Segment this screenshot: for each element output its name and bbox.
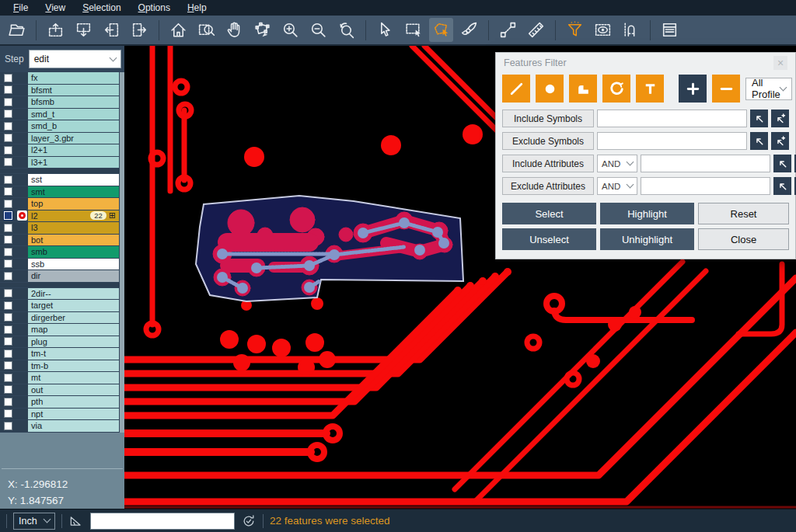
pick-symbol-icon[interactable] — [750, 132, 768, 150]
layer-visibility-checkbox[interactable] — [4, 325, 12, 334]
layer-row[interactable]: ssb ⊞ — [0, 259, 124, 271]
layer-label[interactable]: smd_t ⊞ — [28, 109, 119, 120]
menu-view[interactable]: View — [37, 1, 74, 15]
layer-visibility-checkbox[interactable] — [4, 146, 12, 155]
include-attributes-input[interactable] — [641, 155, 770, 172]
features-filter-icon[interactable] — [563, 18, 587, 42]
pick-attribute-icon[interactable] — [773, 177, 791, 195]
pan-hand-icon[interactable] — [222, 18, 246, 42]
menu-selection[interactable]: Selection — [74, 1, 129, 15]
include-attributes-operator-select[interactable]: AND — [597, 155, 637, 172]
arc-tool-button[interactable] — [602, 75, 630, 103]
layer-label[interactable]: bot ⊞ — [28, 235, 119, 246]
rectangle-select-icon[interactable] — [401, 18, 425, 42]
layer-label[interactable]: bfsmt ⊞ — [28, 85, 119, 96]
polarity-positive-button[interactable] — [679, 75, 707, 103]
profile-select[interactable]: All Profile — [745, 78, 792, 100]
layer-row[interactable]: mt ⊞ — [0, 372, 124, 384]
layer-visibility-checkbox[interactable] — [4, 259, 12, 268]
select-cursor-icon[interactable] — [373, 18, 397, 42]
layer-row[interactable]: bot ⊞ — [0, 235, 124, 247]
pick-add-symbol-icon[interactable] — [771, 110, 789, 127]
open-file-icon[interactable] — [5, 18, 29, 42]
layer-label[interactable]: mt ⊞ — [28, 372, 119, 384]
menu-options[interactable]: Options — [130, 1, 179, 15]
view-options-icon[interactable] — [591, 18, 615, 42]
zoom-in-icon[interactable] — [278, 18, 302, 42]
include-symbols-button[interactable]: Include Symbols — [502, 110, 594, 127]
layer-label[interactable]: sst ⊞ — [28, 174, 119, 186]
units-select[interactable]: Inch — [13, 513, 55, 530]
layer-visibility-checkbox[interactable] — [4, 134, 12, 142]
include-attributes-button[interactable]: Include Attributes — [502, 155, 594, 172]
layer-row[interactable]: npt ⊞ — [0, 409, 124, 421]
layer-row[interactable]: tm-b ⊞ — [0, 360, 124, 373]
layer-visibility-checkbox[interactable] — [4, 176, 12, 184]
pan-right-icon[interactable] — [127, 18, 152, 42]
exclude-symbols-input[interactable] — [597, 132, 747, 150]
home-view-icon[interactable] — [166, 18, 190, 42]
layer-visibility-checkbox[interactable] — [4, 224, 12, 232]
layer-visibility-checkbox[interactable] — [4, 337, 12, 346]
dialog-title-bar[interactable]: Features Filter × — [496, 53, 795, 73]
sync-icon[interactable] — [241, 513, 257, 529]
polygon-select-icon[interactable] — [429, 18, 453, 42]
angle-measure-icon[interactable] — [68, 513, 84, 529]
exclude-attributes-button[interactable]: Exclude Attributes — [502, 177, 594, 195]
layer-visibility-checkbox[interactable] — [4, 272, 12, 280]
close-button[interactable]: Close — [698, 228, 789, 250]
layer-label[interactable]: dirgerber ⊞ — [28, 312, 119, 324]
text-tool-button[interactable] — [636, 75, 664, 103]
layer-row[interactable]: smb ⊞ — [0, 246, 124, 259]
layer-row[interactable]: l3 ⊞ — [0, 222, 124, 235]
layer-label[interactable]: npt ⊞ — [28, 409, 119, 420]
layer-visibility-checkbox[interactable] — [4, 398, 12, 406]
layer-visibility-checkbox[interactable] — [4, 349, 12, 358]
transform-select-icon[interactable] — [250, 18, 274, 42]
surface-tool-button[interactable] — [569, 75, 597, 103]
layer-visibility-checkbox[interactable] — [4, 158, 12, 166]
layer-label[interactable]: bfsmb ⊞ — [28, 96, 119, 108]
select-button[interactable]: Select — [502, 203, 596, 224]
layer-label[interactable]: top ⊞ — [28, 198, 119, 210]
layer-label[interactable]: l2 22 ⊞ — [28, 210, 119, 222]
layer-row[interactable]: bfsmb ⊞ — [0, 96, 124, 109]
unselect-button[interactable]: Unselect — [502, 228, 596, 250]
layer-row[interactable]: smd_b ⊞ — [0, 120, 124, 133]
layer-row[interactable]: dir ⊞ — [0, 270, 124, 283]
pan-up-icon[interactable] — [44, 18, 68, 42]
unhighlight-button[interactable]: Unhighlight — [600, 228, 694, 250]
pad-tool-button[interactable] — [536, 75, 564, 103]
layer-label[interactable]: layer_3.gbr ⊞ — [28, 133, 119, 144]
layer-visibility-checkbox[interactable] — [4, 200, 12, 208]
include-symbols-input[interactable] — [597, 110, 747, 127]
layer-label[interactable]: tm-t ⊞ — [28, 348, 119, 360]
layer-visibility-checkbox[interactable] — [4, 301, 12, 310]
layer-visibility-checkbox[interactable] — [4, 85, 12, 94]
layer-row[interactable]: dirgerber ⊞ — [0, 312, 124, 325]
pick-symbol-icon[interactable] — [750, 110, 768, 127]
active-layer-indicator[interactable] — [17, 210, 27, 221]
layer-visibility-checkbox[interactable] — [4, 409, 12, 418]
layer-label[interactable]: 2dir-- ⊞ — [28, 288, 119, 300]
layer-visibility-checkbox[interactable] — [4, 122, 12, 130]
menu-file[interactable]: File — [5, 1, 37, 15]
layer-label[interactable]: smb ⊞ — [28, 246, 119, 258]
layer-row[interactable]: plug ⊞ — [0, 336, 124, 349]
layer-visibility-checkbox[interactable] — [4, 374, 12, 382]
pick-attribute-icon[interactable] — [773, 155, 791, 172]
layer-label[interactable]: l3+1 ⊞ — [28, 157, 119, 169]
polarity-negative-button[interactable] — [712, 75, 740, 103]
layer-row[interactable]: bfsmt ⊞ — [0, 85, 124, 97]
layer-label[interactable]: via ⊞ — [28, 420, 119, 432]
layer-row[interactable]: sst ⊞ — [0, 174, 124, 186]
layer-row[interactable]: map ⊞ — [0, 324, 124, 336]
layer-row[interactable]: smt ⊞ — [0, 186, 124, 199]
layer-visibility-checkbox[interactable] — [4, 187, 12, 196]
layer-visibility-checkbox[interactable] — [4, 211, 12, 220]
layer-label[interactable]: l2+1 ⊞ — [28, 144, 119, 156]
layer-row[interactable]: layer_3.gbr ⊞ — [0, 133, 124, 145]
measure-distance-icon[interactable] — [496, 18, 520, 42]
layer-label[interactable]: out ⊞ — [28, 384, 119, 396]
layer-label[interactable]: plug ⊞ — [28, 336, 119, 348]
